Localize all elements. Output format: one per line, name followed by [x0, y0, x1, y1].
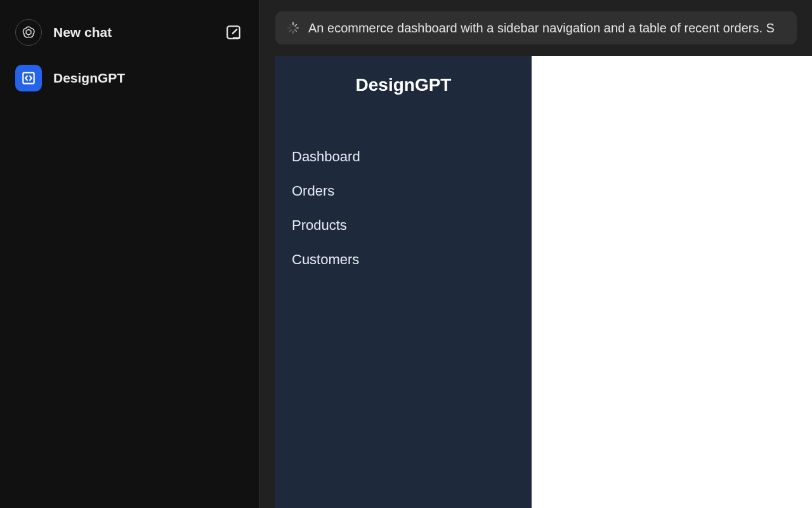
compose-icon[interactable]	[223, 22, 244, 43]
loading-spinner-icon	[287, 22, 299, 34]
sidebar-item-label: DesignGPT	[53, 70, 244, 86]
prompt-input[interactable]: An ecommerce dashboard with a sidebar na…	[275, 11, 797, 44]
new-chat-label: New chat	[53, 25, 211, 40]
svg-line-9	[290, 25, 291, 26]
new-chat-row[interactable]: New chat	[15, 19, 244, 46]
svg-rect-1	[23, 72, 34, 83]
openai-logo-icon	[15, 19, 42, 46]
svg-line-5	[295, 30, 296, 31]
preview-sidebar: DesignGPT Dashboard Orders Products Cust…	[275, 56, 532, 508]
code-square-icon	[15, 65, 42, 91]
main-area: An ecommerce dashboard with a sidebar na…	[260, 0, 812, 508]
preview-canvas: DesignGPT Dashboard Orders Products Cust…	[275, 56, 812, 508]
chat-sidebar: New chat DesignGPT	[0, 0, 260, 508]
app-root: New chat DesignGPT	[0, 0, 812, 508]
sidebar-item-designgpt[interactable]: DesignGPT	[15, 65, 244, 91]
nav-item-customers[interactable]: Customers	[292, 243, 515, 277]
nav-item-products[interactable]: Products	[292, 208, 515, 243]
preview-brand: DesignGPT	[292, 75, 515, 95]
preview-content-area	[532, 56, 812, 508]
svg-line-3	[295, 25, 296, 26]
nav-item-orders[interactable]: Orders	[292, 174, 515, 208]
nav-item-dashboard[interactable]: Dashboard	[292, 140, 515, 174]
prompt-text: An ecommerce dashboard with a sidebar na…	[308, 21, 775, 36]
svg-line-7	[290, 30, 291, 31]
